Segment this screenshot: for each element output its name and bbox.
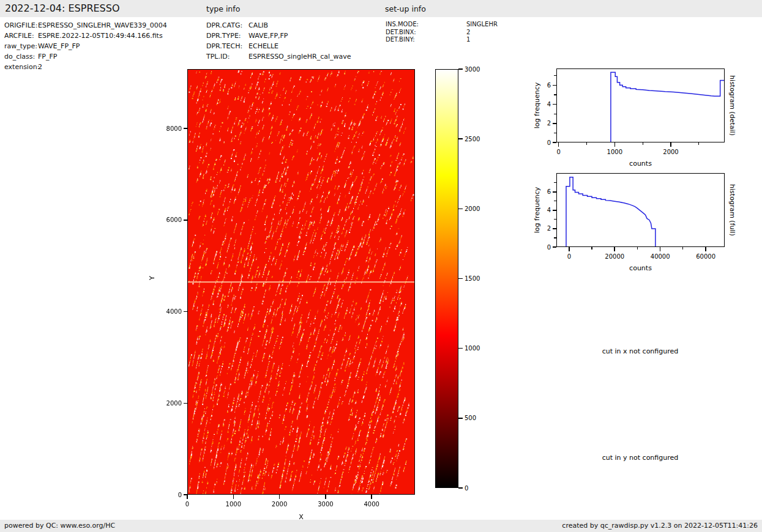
x-tick xyxy=(371,495,372,499)
hist-full-xlabel: counts xyxy=(556,264,725,272)
colorbar-tick-label: 1000 xyxy=(465,344,489,352)
info-value: WAVE,FP,FP xyxy=(248,32,288,40)
colorbar-tick xyxy=(458,418,463,419)
header-bar: 2022-12-04: ESPRESSO type info set-up in… xyxy=(0,0,762,17)
x-tick xyxy=(569,247,570,251)
x-minor-tick xyxy=(682,247,683,249)
colorbar-tick-label: 1500 xyxy=(465,275,489,283)
y-tick-label: 6000 xyxy=(151,216,182,224)
heatmap-ylabel: Y xyxy=(148,269,156,287)
page-title: 2022-12-04: ESPRESSO xyxy=(5,2,120,14)
x-minor-tick xyxy=(586,142,587,145)
cut-in-y-message: cut in y not configured xyxy=(548,454,732,462)
y-tick xyxy=(553,228,557,229)
info-value: ESPRESSO_SINGLEHR_WAVE339_0004 xyxy=(38,21,167,29)
info-value: 2 xyxy=(38,63,42,71)
y-tick xyxy=(553,142,557,143)
info-value: ESPRESSO_singleHR_cal_wave xyxy=(248,53,351,61)
colorbar-tick xyxy=(458,68,463,70)
info-label: ARCFILE: xyxy=(4,32,34,40)
info-label: DPR.CATG: xyxy=(206,21,242,29)
raw-frame-plot: 0100020003000400002000400060008000 xyxy=(187,69,415,495)
info-label: DET.BINY: xyxy=(386,36,415,43)
info-label: ORIGFILE: xyxy=(4,21,37,29)
info-label: DPR.TYPE: xyxy=(206,32,241,40)
info-value: 2 xyxy=(466,29,470,35)
y-minor-tick xyxy=(554,94,556,95)
y-tick-label: 0 xyxy=(151,491,182,499)
info-label: do_class: xyxy=(4,53,35,61)
y-tick-label: 8000 xyxy=(151,125,182,133)
x-tick-label: 0 xyxy=(169,500,206,508)
x-tick-label: 1000 xyxy=(596,148,633,156)
y-tick-label: 4000 xyxy=(151,308,182,316)
colorbar-tick-label: 2000 xyxy=(465,205,489,213)
histogram-full-plot: 02000040000600000246 xyxy=(556,173,725,247)
info-value: CALIB xyxy=(248,21,268,29)
colorbar-tick xyxy=(458,487,463,489)
setup-info-heading: set-up info xyxy=(385,4,426,13)
x-tick-label: 60000 xyxy=(687,253,724,260)
colorbar-tick xyxy=(458,278,463,279)
info-value: ESPRE.2022-12-05T10:49:44.166.fits xyxy=(38,32,163,40)
cut-in-x-message: cut in x not configured xyxy=(548,347,732,355)
y-tick xyxy=(553,246,557,248)
colorbar-tick xyxy=(458,209,463,210)
colorbar-tick xyxy=(458,348,463,349)
colorbar-tick xyxy=(458,138,463,139)
x-minor-tick xyxy=(698,142,699,145)
info-label: DET.BINX: xyxy=(386,29,416,35)
histogram-full-line xyxy=(556,173,725,247)
y-tick xyxy=(553,210,557,211)
colorbar-tick-label: 3000 xyxy=(465,65,489,73)
y-minor-tick xyxy=(554,75,556,76)
type-info-heading: type info xyxy=(206,4,240,13)
x-tick xyxy=(670,142,671,147)
x-tick-label: 0 xyxy=(551,253,588,260)
info-label: raw_type: xyxy=(4,42,37,50)
x-tick-label: 3000 xyxy=(307,500,344,508)
info-label: TPL.ID: xyxy=(206,53,230,61)
hist-detail-ylabel: log frequency xyxy=(533,69,541,142)
info-label: extension: xyxy=(4,63,39,71)
x-tick-label: 0 xyxy=(540,148,577,156)
y-tick xyxy=(184,311,188,312)
colorbar-tick-label: 2500 xyxy=(465,135,489,143)
info-value: WAVE_FP_FP xyxy=(38,42,80,50)
y-tick xyxy=(184,403,188,404)
y-tick xyxy=(553,104,557,105)
x-tick xyxy=(705,247,706,251)
x-minor-tick xyxy=(637,247,638,249)
footer-right-text: created by qc_rawdisp.py v1.2.3 on 2022-… xyxy=(562,520,758,532)
info-value: SINGLEHR xyxy=(466,21,498,28)
hist-full-ylabel: log frequency xyxy=(533,174,541,247)
histogram-detail-plot: 0100020000246 xyxy=(556,68,725,142)
x-minor-tick xyxy=(591,247,592,249)
hist-full-right-label: histogram (full) xyxy=(728,174,736,247)
qc-report-page: 2022-12-04: ESPRESSO type info set-up in… xyxy=(0,0,762,532)
info-value: 1 xyxy=(466,36,470,43)
colorbar: 050010001500200025003000 xyxy=(435,69,458,488)
hist-detail-xlabel: counts xyxy=(556,160,725,168)
x-tick xyxy=(233,495,234,499)
x-tick xyxy=(660,247,661,251)
x-tick-label: 20000 xyxy=(596,253,633,260)
info-value: FP_FP xyxy=(38,53,57,61)
y-minor-tick xyxy=(554,182,556,183)
histogram-detail-line xyxy=(556,68,725,142)
x-tick-label: 2000 xyxy=(652,148,689,156)
x-tick-label: 4000 xyxy=(353,500,390,508)
info-label: INS.MODE: xyxy=(386,21,419,28)
y-minor-tick xyxy=(554,133,556,133)
x-tick xyxy=(279,495,280,499)
y-tick xyxy=(184,220,188,221)
x-tick-label: 2000 xyxy=(261,500,298,508)
y-tick xyxy=(553,191,557,193)
y-minor-tick xyxy=(554,237,556,238)
y-tick-label: 2000 xyxy=(151,399,182,407)
raw-frame-heatmap-image xyxy=(187,69,415,495)
footer-bar: powered by QC: www.eso.org/HC created by… xyxy=(0,520,762,532)
y-minor-tick xyxy=(554,114,556,114)
x-tick xyxy=(325,495,326,499)
y-minor-tick xyxy=(554,219,556,220)
